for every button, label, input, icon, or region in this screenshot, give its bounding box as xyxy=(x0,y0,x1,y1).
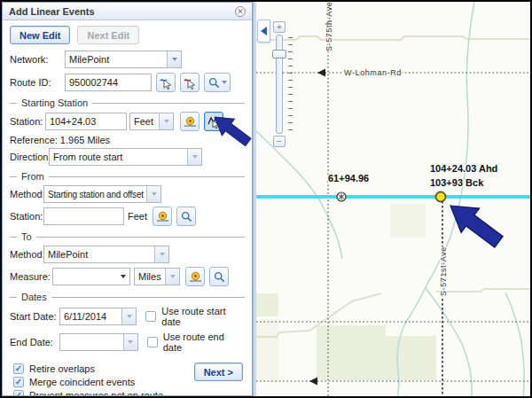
search-icon xyxy=(181,211,192,222)
chevron-down-icon[interactable] xyxy=(167,51,181,67)
collapse-left-icon xyxy=(261,27,267,35)
dates-legend: Dates xyxy=(10,292,245,302)
zoom-slider-ticks xyxy=(288,37,293,133)
to-legend: To xyxy=(10,231,245,242)
to-method-label: Method: xyxy=(10,249,43,260)
measure-station-icon xyxy=(184,115,197,129)
road-labels: W-Lohman-Rd S-575th-Ave S-571st-Ave xyxy=(325,2,448,296)
use-route-end-date-label: Use route end date xyxy=(163,332,245,353)
direction-label: Direction: xyxy=(10,152,49,162)
station-label-back: 103+93 Bck xyxy=(430,177,484,188)
station-label: Station: xyxy=(10,116,45,127)
selected-station-point[interactable] xyxy=(436,192,446,202)
station-label-ahead: 104+24.03 Ahd xyxy=(430,163,497,174)
use-route-start-date-checkbox[interactable] xyxy=(145,311,156,322)
measure-station-icon xyxy=(189,270,202,284)
pick-station-on-map-icon xyxy=(207,115,221,129)
map-viewport[interactable]: W-Lohman-Rd S-575th-Ave S-571st-Ave 61+9… xyxy=(256,2,532,396)
network-label: Network: xyxy=(10,54,65,65)
retire-overlaps-checkbox[interactable]: ✓ xyxy=(13,363,24,374)
route-search-menu-button[interactable] xyxy=(204,73,231,92)
app-window: Add Linear Events ✕ New Edit Next Edit N… xyxy=(0,0,532,398)
merge-coincident-events-label: Merge coincident events xyxy=(29,377,135,387)
new-edit-button[interactable]: New Edit xyxy=(10,26,70,44)
clear-route-selection-button[interactable] xyxy=(180,73,200,92)
zoom-out-button[interactable]: − xyxy=(273,136,286,147)
station-units-select[interactable]: Feet xyxy=(129,113,174,130)
station-circle-marker xyxy=(337,192,346,201)
next-edit-button[interactable]: Next Edit xyxy=(77,26,139,44)
zoom-slider[interactable]: + − xyxy=(271,21,303,147)
from-station-label: Station: xyxy=(10,211,43,222)
search-icon xyxy=(208,77,220,89)
from-search-button[interactable] xyxy=(176,207,196,226)
starting-station-legend: Starting Station xyxy=(10,98,245,108)
road-label-horizontal: W-Lohman-Rd xyxy=(344,68,402,77)
to-units-select[interactable]: Miles xyxy=(134,268,180,285)
route-id-label: Route ID: xyxy=(10,77,65,88)
start-date-label: Start Date: xyxy=(10,311,59,322)
route-id-input[interactable] xyxy=(65,74,152,91)
pick-station-on-map-button[interactable] xyxy=(204,112,223,131)
from-units-label: Feet xyxy=(128,211,147,222)
from-legend: From xyxy=(10,171,245,182)
reference-readout: Reference: 1.965 Miles xyxy=(10,135,110,145)
chevron-down-icon xyxy=(165,269,179,285)
end-date-label: End Date: xyxy=(10,337,59,347)
merge-coincident-events-checkbox[interactable]: ✓ xyxy=(13,377,24,387)
to-search-button[interactable] xyxy=(209,267,229,286)
select-route-icon xyxy=(160,76,173,90)
use-route-end-date-checkbox[interactable] xyxy=(147,337,158,347)
panel-header: Add Linear Events ✕ xyxy=(3,3,252,20)
to-measure-label: Measure: xyxy=(10,271,52,282)
end-date-picker[interactable] xyxy=(59,333,138,351)
road-label-vertical-right: S-571st-Ave xyxy=(439,246,448,296)
chevron-down-icon xyxy=(121,308,136,324)
station-labels: 61+94.96 104+24.03 Ahd 103+93 Bck xyxy=(328,163,497,188)
from-method-select[interactable]: Starting station and offset xyxy=(43,185,161,203)
starting-station-input[interactable] xyxy=(45,113,127,130)
next-button[interactable]: Next > xyxy=(194,363,243,381)
network-select[interactable]: MilePoint xyxy=(65,51,182,68)
from-measure-button[interactable] xyxy=(153,207,172,226)
prevent-measures-label: Prevent measures not on route xyxy=(29,390,163,396)
start-date-picker[interactable]: 6/11/2014 xyxy=(59,308,137,325)
retire-overlaps-label: Retire overlaps xyxy=(29,363,95,374)
chevron-down-icon xyxy=(159,113,173,129)
use-route-start-date-label: Use route start date xyxy=(161,306,245,327)
zoom-in-button[interactable]: + xyxy=(273,21,286,33)
to-measure-button[interactable] xyxy=(185,267,205,286)
chevron-down-icon xyxy=(222,81,227,84)
search-icon xyxy=(214,271,225,283)
from-station-input[interactable] xyxy=(43,207,124,225)
road-label-vertical-left: S-575th-Ave xyxy=(325,2,333,51)
prevent-measures-checkbox[interactable]: ✓ xyxy=(13,390,24,396)
panel-title: Add Linear Events xyxy=(9,6,235,17)
close-icon[interactable]: ✕ xyxy=(235,6,246,17)
select-route-on-map-button[interactable] xyxy=(156,73,176,92)
to-measure-combo[interactable] xyxy=(52,268,130,285)
from-method-label: Method: xyxy=(10,189,43,199)
chevron-down-icon[interactable] xyxy=(117,269,129,285)
clear-route-selection-icon xyxy=(184,76,197,90)
to-method-select[interactable]: MilePoint xyxy=(43,246,169,263)
zoom-slider-thumb[interactable] xyxy=(272,50,286,59)
add-linear-events-panel: Add Linear Events ✕ New Edit Next Edit N… xyxy=(2,2,253,396)
vegetation-areas xyxy=(256,204,436,381)
chevron-down-icon xyxy=(187,149,201,165)
chevron-down-icon xyxy=(123,334,137,350)
measure-station-icon xyxy=(156,210,169,223)
chevron-down-icon xyxy=(154,246,168,262)
station-label-left: 61+94.96 xyxy=(328,173,369,183)
measure-station-button[interactable] xyxy=(180,112,200,131)
collapse-panel-button[interactable] xyxy=(257,20,270,43)
chevron-down-icon xyxy=(146,186,160,202)
direction-select[interactable]: From route start xyxy=(49,148,202,166)
